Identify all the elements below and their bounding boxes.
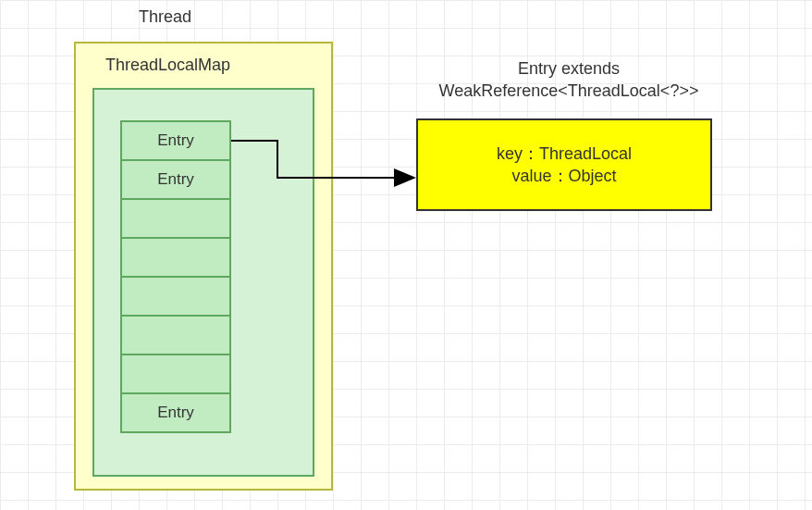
entry-cell xyxy=(120,198,231,239)
entry-cell xyxy=(120,237,231,278)
entry-detail-title: Entry extends WeakReference<ThreadLocal<… xyxy=(421,57,717,103)
entry-array: Entry Entry Entry xyxy=(120,120,231,431)
thread-label: Thread xyxy=(139,7,191,27)
entry-cell: Entry xyxy=(120,159,231,200)
entry-detail-box: key：ThreadLocal value：Object xyxy=(416,118,712,211)
threadlocalmap-label: ThreadLocalMap xyxy=(105,56,230,75)
diagram-canvas: Thread ThreadLocalMap Entry Entry Entry … xyxy=(0,0,812,510)
entry-cell xyxy=(120,276,231,317)
entry-cell xyxy=(120,354,231,394)
entry-cell xyxy=(120,315,231,355)
entry-cell: Entry xyxy=(120,120,231,161)
entry-cell: Entry xyxy=(120,392,231,433)
entry-detail-title-line2: WeakReference<ThreadLocal<?>> xyxy=(421,80,717,102)
entry-detail-title-line1: Entry extends xyxy=(421,57,717,80)
entry-detail-key: key：ThreadLocal xyxy=(497,143,632,165)
entry-detail-value: value：Object xyxy=(511,165,616,187)
